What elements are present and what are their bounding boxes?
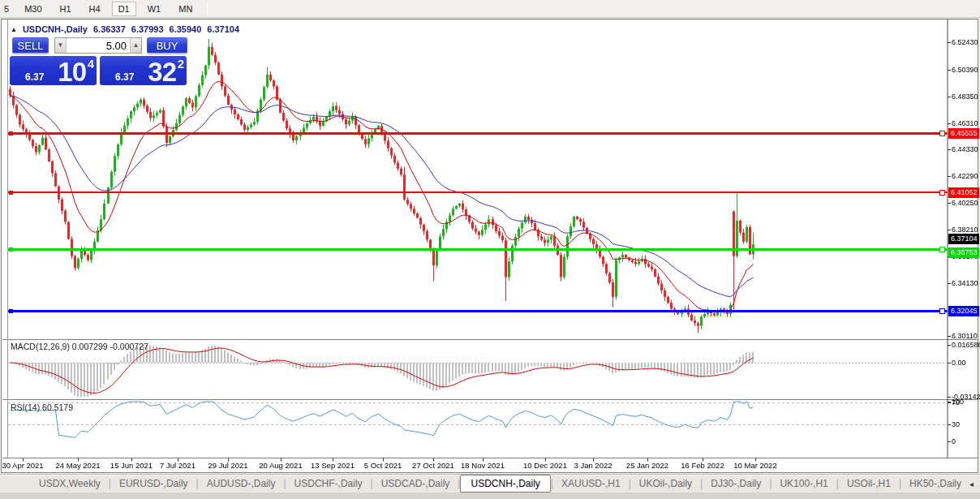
y-axis-tick-label: 6.48350 xyxy=(952,92,979,101)
date-axis-label: 30 Apr 2021 xyxy=(2,461,43,470)
chart-tab-USDCHF-Daily[interactable]: USDCHF-,Daily xyxy=(286,475,371,492)
price-level-label: 6.32045 xyxy=(948,306,979,316)
macd-indicator-label: MACD(12,26,9) 0.007299 -0.000727 xyxy=(11,342,148,351)
ohlc-close: 6.37104 xyxy=(207,24,239,34)
y-axis-tick-label: 6.50390 xyxy=(952,66,979,75)
chart-window: ▲ USDCNH-,Daily 6.36337 6.37993 6.35940 … xyxy=(1,19,978,473)
buy-price-panel[interactable]: 6.37 32 2 xyxy=(100,56,187,85)
volume-input[interactable] xyxy=(67,38,130,53)
date-axis-label: 13 Sep 2021 xyxy=(311,461,355,470)
chart-tab-UKOil-Daily[interactable]: UKOil-,Daily xyxy=(631,475,700,492)
sell-price-prefix: 6.37 xyxy=(25,71,44,83)
date-axis-label: 3 Jan 2022 xyxy=(574,461,612,470)
rsi-axis-tick-label: 30 xyxy=(952,420,979,429)
sell-price-big: 10 xyxy=(58,57,86,88)
current-price-label: 6.37104 xyxy=(948,234,979,244)
y-axis-tick-label: 6.42290 xyxy=(952,172,979,181)
chart-tab-HK50-Daily[interactable]: HK50-,Daily xyxy=(901,475,969,492)
volume-increase-button[interactable]: ▲ xyxy=(130,38,141,53)
date-axis-label: 15 Jun 2021 xyxy=(110,461,153,470)
date-axis-label: 24 May 2021 xyxy=(56,461,101,470)
date-axis-label: 16 Feb 2022 xyxy=(681,461,724,470)
volume-control: ▼ ▲ xyxy=(54,37,142,54)
buy-price-prefix: 6.37 xyxy=(115,71,134,83)
collapse-trade-panel-icon[interactable]: ▲ xyxy=(11,24,17,34)
timeframe-button-5[interactable]: 5 xyxy=(0,2,13,16)
timeframe-toolbar: 5M30H1H4D1W1MN xyxy=(0,0,980,18)
price-level-label: 6.41052 xyxy=(948,187,979,198)
date-axis-label: 5 Oct 2021 xyxy=(364,461,402,470)
chart-title: ▲ USDCNH-,Daily 6.36337 6.37993 6.35940 … xyxy=(11,24,239,34)
scroll-tabs-left-icon[interactable]: ◂ xyxy=(969,480,974,488)
rsi-axis-tick-label: 70 xyxy=(952,398,979,407)
sell-price-sup: 4 xyxy=(88,57,94,71)
date-axis-label: 18 Nov 2021 xyxy=(461,461,505,470)
y-axis-tick-label: 6.46310 xyxy=(952,119,979,128)
chart-tab-bar: USDX,Weekly|EURUSD-,Daily|AUDUSD-,Daily|… xyxy=(0,474,980,493)
rsi-axis-tick-label: 0 xyxy=(952,437,979,446)
chart-tab-USDX-Weekly[interactable]: USDX,Weekly xyxy=(31,475,109,492)
chart-symbol-label: USDCNH-,Daily xyxy=(23,24,88,34)
timeframe-button-M30[interactable]: M30 xyxy=(18,2,48,16)
y-axis-tick-label: 6.44330 xyxy=(952,145,979,154)
date-axis-label: 10 Dec 2021 xyxy=(523,461,567,470)
price-level-label: 6.45555 xyxy=(948,128,979,139)
timeframe-button-D1[interactable]: D1 xyxy=(112,2,136,16)
y-axis-tick-label: 6.40250 xyxy=(952,199,979,208)
chart-tab-UK100-H1[interactable]: UK100-,H1 xyxy=(772,475,836,492)
status-strip xyxy=(0,493,980,499)
date-axis-label: 29 Jul 2021 xyxy=(208,461,247,470)
y-axis-tick-label: 6.34130 xyxy=(952,279,979,288)
y-axis-tick-label: 6.52430 xyxy=(952,38,979,47)
date-axis-label: 25 Jan 2022 xyxy=(626,461,668,470)
chart-tab-XAUUSD-H1[interactable]: XAUUSD-,H1 xyxy=(553,475,629,492)
sell-price-panel[interactable]: 6.37 10 4 xyxy=(10,56,97,85)
ohlc-open: 6.36337 xyxy=(93,24,126,34)
timeframe-button-MN[interactable]: MN xyxy=(172,2,199,16)
timeframe-button-W1[interactable]: W1 xyxy=(141,2,168,16)
toolbar-separator xyxy=(207,2,208,15)
macd-axis-tick-label: 0.016586 xyxy=(952,341,979,350)
sell-button[interactable]: SELL xyxy=(12,37,49,54)
timeframe-button-H1[interactable]: H1 xyxy=(54,2,78,16)
date-axis-label: 10 Mar 2022 xyxy=(733,461,776,470)
chart-tab-AUDUSD-Daily[interactable]: AUDUSD-,Daily xyxy=(199,475,284,492)
one-click-trading-widget: SELL ▼ ▲ BUY 6.37 10 4 6.37 32 2 xyxy=(10,37,187,86)
date-axis-label: 20 Aug 2021 xyxy=(259,461,302,470)
rsi-indicator-label: RSI(14) 60.5179 xyxy=(11,402,73,412)
chart-tab-USDCNH-Daily[interactable]: USDCNH-,Daily xyxy=(460,475,550,493)
macd-axis-tick-label: 0.00 xyxy=(952,359,979,368)
timeframe-button-H4[interactable]: H4 xyxy=(83,2,107,16)
trading-terminal: 5M30H1H4D1W1MN ▲ USDCNH-,Daily 6.36337 6… xyxy=(0,0,980,499)
buy-button[interactable]: BUY xyxy=(147,37,187,54)
buy-price-big: 32 xyxy=(148,57,176,88)
chart-tab-USOil-H1[interactable]: USOil-,H1 xyxy=(839,475,899,492)
volume-decrease-button[interactable]: ▼ xyxy=(55,38,67,53)
date-axis-label: 7 Jul 2021 xyxy=(160,461,196,470)
chart-tab-DJ30-Daily[interactable]: DJ30-,Daily xyxy=(703,475,769,492)
date-axis-label: 27 Oct 2021 xyxy=(412,461,454,470)
ohlc-high: 6.37993 xyxy=(131,24,164,34)
chart-tab-USDCAD-Daily[interactable]: USDCAD-,Daily xyxy=(373,475,458,492)
price-level-label: 6.36753 xyxy=(948,247,979,258)
ohlc-low: 6.35940 xyxy=(170,24,202,34)
chart-tab-EURUSD-Daily[interactable]: EURUSD-,Daily xyxy=(111,475,196,492)
buy-price-sup: 2 xyxy=(178,57,184,71)
y-axis-tick-label: 6.30110 xyxy=(952,332,979,341)
